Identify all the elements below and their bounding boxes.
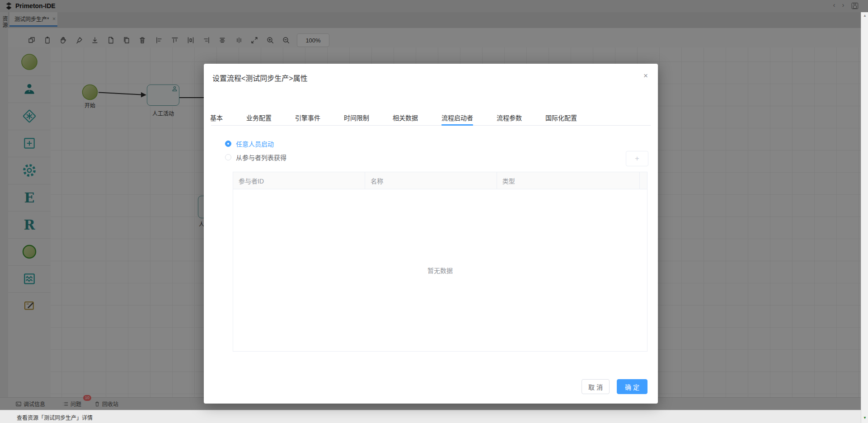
tab-basic[interactable]: 基本: [210, 113, 223, 122]
empty-data-text: 暂无数据: [427, 266, 453, 275]
status-text: 查看资源「测试同步生产」详情: [17, 414, 93, 421]
col-type[interactable]: 类型: [497, 172, 640, 189]
tab-engine-events[interactable]: 引擎事件: [295, 113, 320, 122]
dialog-title: 设置流程<测试同步生产>属性: [212, 72, 308, 83]
scroll-down-icon[interactable]: ▼: [861, 416, 868, 420]
vertical-scrollbar[interactable]: ▲ ▼: [861, 12, 868, 423]
tab-business-config[interactable]: 业务配置: [246, 113, 272, 122]
participants-table: 参与者ID 名称 类型 暂无数据: [233, 172, 647, 352]
tab-i18n-config[interactable]: 国际化配置: [545, 113, 577, 122]
radio-anyone-start[interactable]: 任意人员启动: [225, 139, 274, 148]
col-actions: [640, 172, 647, 189]
tab-time-limit[interactable]: 时间限制: [344, 113, 369, 122]
radio-anyone-start-label: 任意人员启动: [236, 139, 274, 148]
tab-related-data[interactable]: 相关数据: [393, 113, 418, 122]
dialog-tab-bar: 基本 业务配置 引擎事件 时间限制 相关数据 流程启动者 流程参数 国际化配置: [210, 109, 577, 126]
tab-process-starter[interactable]: 流程启动者: [441, 113, 473, 122]
cancel-button[interactable]: 取 消: [582, 379, 610, 394]
radio-selected-icon[interactable]: [225, 141, 231, 147]
tab-process-params[interactable]: 流程参数: [497, 113, 522, 122]
ok-button[interactable]: 确 定: [617, 379, 647, 394]
col-participant-id[interactable]: 参与者ID: [233, 172, 365, 189]
modal-overlay-corner: [861, 0, 868, 12]
radio-from-participants[interactable]: 从参与者列表获得: [225, 153, 286, 162]
radio-from-participants-label: 从参与者列表获得: [236, 153, 286, 162]
tab-divider: [211, 125, 651, 126]
table-empty-body: 暂无数据: [233, 189, 647, 351]
scroll-up-icon[interactable]: ▲: [861, 14, 868, 18]
table-header-row: 参与者ID 名称 类型: [233, 172, 647, 189]
add-participant-button[interactable]: +: [626, 151, 648, 166]
dialog-close-icon[interactable]: ×: [643, 72, 648, 80]
active-tab-indicator: [441, 124, 473, 126]
col-name[interactable]: 名称: [365, 172, 497, 189]
app-window: Primeton-IDE ‹ › 测试同步生产* × 资源 100%: [0, 0, 868, 423]
process-properties-dialog: 设置流程<测试同步生产>属性 × 基本 业务配置 引擎事件 时间限制 相关数据 …: [204, 64, 658, 404]
status-bar: 查看资源「测试同步生产」详情: [0, 410, 861, 423]
radio-unselected-icon[interactable]: [225, 154, 231, 160]
